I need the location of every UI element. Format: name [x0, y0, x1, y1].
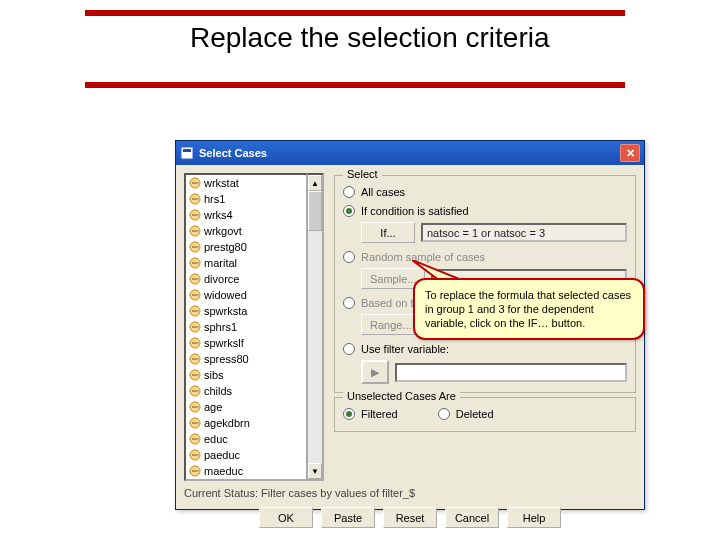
label-all-cases: All cases: [361, 186, 405, 198]
list-item[interactable]: spwrkslf: [186, 335, 306, 351]
cancel-button[interactable]: Cancel: [445, 507, 499, 528]
move-variable-button[interactable]: ▶: [361, 360, 389, 384]
scale-icon: [189, 385, 201, 397]
triangle-right-icon: ▶: [371, 366, 379, 379]
scale-icon: [189, 465, 201, 477]
list-item[interactable]: educ: [186, 431, 306, 447]
list-item[interactable]: paeduc: [186, 447, 306, 463]
svg-rect-0: [181, 147, 193, 159]
scale-icon: [189, 289, 201, 301]
scale-icon: [189, 177, 201, 189]
list-item[interactable]: wrks4: [186, 207, 306, 223]
variable-name: agekdbrn: [204, 417, 250, 429]
scale-icon: [189, 449, 201, 461]
label-filter-variable: Use filter variable:: [361, 343, 449, 355]
list-item[interactable]: spress80: [186, 351, 306, 367]
status-line: Current Status: Filter cases by values o…: [184, 487, 636, 499]
list-item[interactable]: marital: [186, 255, 306, 271]
radio-if-condition[interactable]: [343, 205, 355, 217]
variable-name: prestg80: [204, 241, 247, 253]
close-button[interactable]: ✕: [620, 144, 640, 162]
list-item[interactable]: widowed: [186, 287, 306, 303]
scroll-thumb[interactable]: [308, 191, 322, 231]
list-item[interactable]: sphrs1: [186, 319, 306, 335]
list-item[interactable]: childs: [186, 383, 306, 399]
list-item[interactable]: prestg80: [186, 239, 306, 255]
variable-scrollbar[interactable]: ▲ ▼: [308, 173, 324, 481]
variable-name: maeduc: [204, 465, 243, 477]
instruction-callout: To replace the formula that selected cas…: [413, 278, 645, 340]
unselected-legend: Unselected Cases Are: [343, 390, 460, 402]
app-icon: [180, 146, 194, 160]
unselected-group: Unselected Cases Are Filtered Deleted: [334, 397, 636, 432]
ok-button[interactable]: OK: [259, 507, 313, 528]
scale-icon: [189, 321, 201, 333]
list-item[interactable]: wrkstat: [186, 175, 306, 191]
callout-text: To replace the formula that selected cas…: [425, 289, 631, 329]
scroll-up-button[interactable]: ▲: [308, 175, 322, 191]
accent-bar-mid: [85, 82, 625, 88]
variable-name: wrkgovt: [204, 225, 242, 237]
variable-name: divorce: [204, 273, 239, 285]
svg-rect-1: [183, 149, 191, 152]
label-if-condition: If condition is satisfied: [361, 205, 469, 217]
list-item[interactable]: hrs1: [186, 191, 306, 207]
radio-filter-variable[interactable]: [343, 343, 355, 355]
reset-button[interactable]: Reset: [383, 507, 437, 528]
paste-button[interactable]: Paste: [321, 507, 375, 528]
scale-icon: [189, 433, 201, 445]
scale-icon: [189, 273, 201, 285]
radio-filtered[interactable]: [343, 408, 355, 420]
variable-name: age: [204, 401, 222, 413]
scale-icon: [189, 369, 201, 381]
filter-variable-field[interactable]: [395, 363, 627, 382]
variable-name: spwrkslf: [204, 337, 244, 349]
dialog-button-row: OK Paste Reset Cancel Help: [184, 507, 636, 528]
list-item[interactable]: wrkgovt: [186, 223, 306, 239]
variable-name: wrks4: [204, 209, 233, 221]
list-item[interactable]: sibs: [186, 367, 306, 383]
titlebar[interactable]: Select Cases ✕: [176, 141, 644, 165]
scale-icon: [189, 257, 201, 269]
radio-deleted[interactable]: [438, 408, 450, 420]
variable-name: hrs1: [204, 193, 225, 205]
variable-name: sphrs1: [204, 321, 237, 333]
variable-name: spress80: [204, 353, 249, 365]
radio-range[interactable]: [343, 297, 355, 309]
variable-name: wrkstat: [204, 177, 239, 189]
list-item[interactable]: divorce: [186, 271, 306, 287]
help-button[interactable]: Help: [507, 507, 561, 528]
dialog-title: Select Cases: [199, 147, 267, 159]
scale-icon: [189, 353, 201, 365]
variable-name: childs: [204, 385, 232, 397]
label-deleted: Deleted: [456, 408, 494, 420]
variable-name: widowed: [204, 289, 247, 301]
scale-icon: [189, 305, 201, 317]
label-filtered: Filtered: [361, 408, 398, 420]
scroll-track[interactable]: [308, 231, 322, 463]
select-legend: Select: [343, 168, 382, 180]
variable-name: spwrksta: [204, 305, 247, 317]
if-condition-field: natsoc = 1 or natsoc = 3: [421, 223, 627, 242]
list-item[interactable]: age: [186, 399, 306, 415]
radio-all-cases[interactable]: [343, 186, 355, 198]
scroll-down-button[interactable]: ▼: [308, 463, 322, 479]
scale-icon: [189, 401, 201, 413]
variable-name: educ: [204, 433, 228, 445]
slide-title: Replace the selection criteria: [190, 22, 550, 54]
variable-name: marital: [204, 257, 237, 269]
scale-icon: [189, 337, 201, 349]
list-item[interactable]: agekdbrn: [186, 415, 306, 431]
variable-list[interactable]: wrkstathrs1wrks4wrkgovtprestg80maritaldi…: [184, 173, 308, 481]
variable-name: sibs: [204, 369, 224, 381]
if-button[interactable]: If...: [361, 222, 415, 243]
scale-icon: [189, 209, 201, 221]
scale-icon: [189, 193, 201, 205]
list-item[interactable]: spwrksta: [186, 303, 306, 319]
scale-icon: [189, 241, 201, 253]
close-icon: ✕: [626, 147, 635, 160]
range-button[interactable]: Range...: [361, 314, 421, 335]
scale-icon: [189, 417, 201, 429]
list-item[interactable]: maeduc: [186, 463, 306, 479]
radio-random-sample[interactable]: [343, 251, 355, 263]
